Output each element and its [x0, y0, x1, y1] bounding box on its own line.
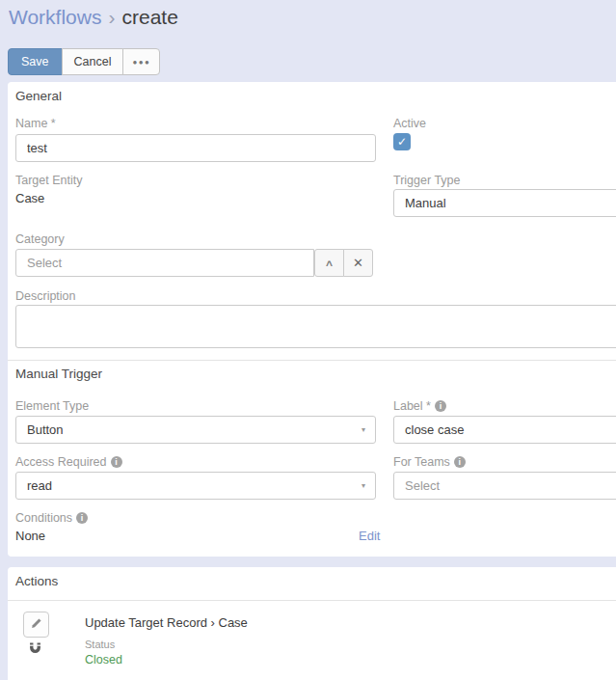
element-type-select[interactable]: Button ▾	[15, 416, 376, 444]
info-icon: i	[435, 400, 446, 412]
section-divider	[8, 360, 616, 361]
category-select-button[interactable]: ^	[314, 249, 344, 277]
access-required-value: read	[27, 478, 52, 493]
trigger-type-value: Manual	[405, 196, 446, 210]
access-required-select[interactable]: read ▾	[15, 472, 376, 500]
category-input[interactable]	[15, 249, 314, 277]
action-title: Update Target Record › Case	[85, 615, 248, 630]
description-textarea[interactable]	[15, 305, 616, 348]
more-actions-button[interactable]: ●●●	[122, 48, 160, 75]
conditions-value: None	[15, 529, 45, 543]
ellipsis-icon: ●●●	[132, 58, 150, 67]
section-divider	[8, 600, 616, 601]
breadcrumb-workflows-link[interactable]: Workflows	[9, 6, 101, 28]
edit-action-button[interactable]	[23, 612, 49, 638]
for-teams-input[interactable]	[393, 472, 616, 500]
for-teams-label: For Teamsi	[393, 455, 466, 469]
button-label-input[interactable]	[393, 416, 616, 444]
page-title: create	[121, 6, 177, 28]
name-label: Name *	[15, 117, 56, 130]
element-type-label: Element Type	[15, 399, 89, 413]
record-panel: General Name * Active ✓ Target Entity Ca…	[8, 82, 616, 557]
caret-up-icon: ^	[326, 258, 333, 272]
toolbar: Save Cancel ●●●	[8, 48, 160, 75]
actions-section-title: Actions	[15, 574, 58, 588]
chevron-down-icon: ▾	[362, 481, 365, 490]
trigger-type-select[interactable]: Manual ▾	[393, 189, 616, 217]
action-field-value: Closed	[85, 653, 122, 666]
chevron-down-icon: ▾	[362, 425, 365, 434]
info-icon: i	[111, 456, 122, 468]
button-label-label: Label *i	[393, 399, 446, 413]
active-label: Active	[393, 117, 426, 130]
workflow-create-screen: Workflows›create Save Cancel ●●● General…	[0, 0, 616, 680]
access-required-label: Access Requiredi	[15, 455, 122, 469]
pencil-icon	[30, 616, 42, 634]
target-entity-label: Target Entity	[15, 174, 82, 187]
actions-panel: Actions Update Target Record › Case Stat…	[8, 567, 616, 680]
save-button[interactable]: Save	[8, 48, 63, 75]
action-field-label: Status	[85, 639, 115, 650]
name-input[interactable]	[15, 134, 376, 162]
breadcrumb: Workflows›create	[9, 6, 178, 29]
category-label: Category	[15, 232, 65, 246]
general-section-title: General	[15, 89, 62, 103]
active-checkbox[interactable]: ✓	[393, 133, 411, 150]
conditions-label: Conditionsi	[15, 511, 88, 525]
element-type-value: Button	[27, 422, 64, 437]
description-label: Description	[15, 289, 76, 303]
manual-trigger-section-title: Manual Trigger	[15, 367, 102, 381]
required-mark: *	[51, 117, 56, 130]
info-icon: i	[76, 512, 88, 524]
category-clear-button[interactable]: ✕	[343, 249, 373, 277]
magnet-icon[interactable]	[28, 641, 42, 660]
breadcrumb-separator: ›	[108, 6, 115, 28]
target-entity-value: Case	[15, 191, 44, 205]
conditions-edit-link[interactable]: Edit	[359, 529, 380, 543]
close-icon: ✕	[353, 256, 363, 270]
trigger-type-label: Trigger Type	[393, 174, 460, 187]
info-icon: i	[454, 456, 466, 468]
cancel-button[interactable]: Cancel	[62, 48, 124, 75]
check-icon: ✓	[397, 135, 407, 149]
required-mark: *	[426, 399, 431, 413]
